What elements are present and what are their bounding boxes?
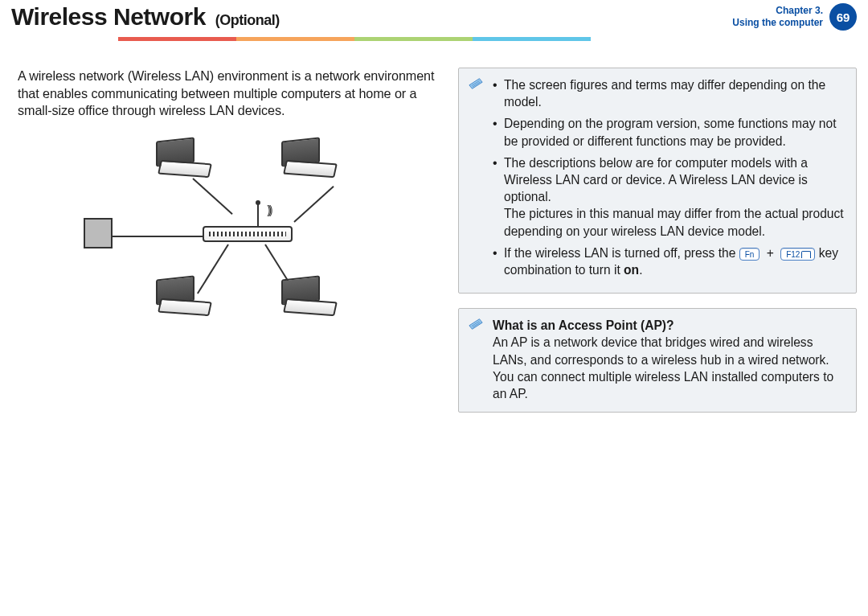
page-header: Wireless Network (Optional) Chapter 3. U… — [0, 0, 868, 37]
chapter-block: Chapter 3. Using the computer 69 — [732, 3, 857, 31]
access-point-box: What is an Access Point (AP)? An AP is a… — [458, 308, 857, 413]
plus-text: + — [767, 246, 774, 260]
page-title: Wireless Network (Optional) — [11, 3, 280, 31]
note-list: The screen figures and terms may differ … — [493, 76, 846, 278]
note-item: Depending on the program version, some f… — [493, 115, 846, 149]
connection-line-icon — [192, 178, 232, 215]
intro-paragraph: A wireless network (Wireless LAN) enviro… — [18, 68, 436, 120]
content-area: A wireless network (Wireless LAN) enviro… — [0, 50, 868, 413]
chapter-text: Chapter 3. Using the computer — [732, 5, 823, 29]
title-main: Wireless Network — [11, 3, 206, 30]
title-sub: (Optional) — [215, 12, 280, 28]
note-icon — [467, 317, 485, 331]
svg-marker-3 — [469, 319, 482, 330]
note-item: The screen figures and terms may differ … — [493, 76, 846, 110]
wall-jack-icon — [84, 218, 113, 248]
note-box: The screen figures and terms may differ … — [458, 68, 857, 294]
laptop-icon — [276, 277, 339, 319]
right-column: The screen figures and terms may differ … — [458, 68, 857, 413]
ap-body: An AP is a network device that bridges w… — [493, 334, 846, 402]
laptop-icon — [276, 139, 339, 181]
color-divider — [0, 37, 868, 50]
network-diagram: ))) — [90, 134, 395, 331]
connection-line-icon — [293, 186, 334, 223]
left-column: A wireless network (Wireless LAN) enviro… — [18, 68, 436, 413]
chapter-line2: Using the computer — [732, 17, 823, 29]
ap-title: What is an Access Point (AP)? — [493, 317, 846, 334]
laptop-icon — [151, 139, 214, 181]
note-item: The descriptions below are for computer … — [493, 154, 846, 240]
note-item: If the wireless LAN is turned off, press… — [493, 244, 846, 278]
ethernet-line-icon — [113, 229, 203, 237]
router-icon: ))) — [203, 215, 293, 244]
laptop-icon — [151, 277, 214, 319]
chapter-line1: Chapter 3. — [732, 5, 823, 17]
note-icon — [467, 76, 485, 91]
svg-marker-0 — [469, 79, 482, 89]
fn-key-icon: Fn — [739, 248, 760, 261]
page-number-badge: 69 — [829, 3, 857, 31]
f12-key-icon: F12 — [780, 248, 815, 261]
